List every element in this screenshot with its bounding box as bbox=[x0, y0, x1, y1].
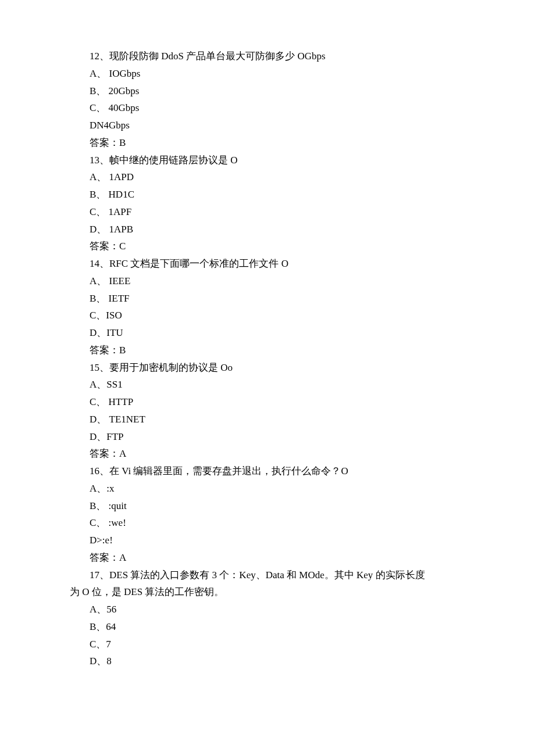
document-page: 12、现阶段防御 DdoS 产品单台最大可防御多少 OGbps A、 IOGbp… bbox=[0, 0, 535, 756]
text-line: D、ITU bbox=[70, 324, 465, 342]
text-line: DN4Gbps bbox=[70, 117, 465, 134]
text-line: B、 :quit bbox=[70, 497, 465, 515]
text-line: C、 40Gbps bbox=[70, 99, 465, 117]
text-line: 14、RFC 文档是下面哪一个标准的工作文件 O bbox=[70, 255, 465, 273]
text-line: 12、现阶段防御 DdoS 产品单台最大可防御多少 OGbps bbox=[70, 48, 465, 65]
text-line: D、FTP bbox=[70, 428, 465, 446]
answer-line: 答案：B bbox=[70, 342, 465, 359]
text-line: B、 IETF bbox=[70, 290, 465, 307]
text-line: 15、要用于加密机制的协议是 Oo bbox=[70, 359, 465, 377]
text-line: C、ISO bbox=[70, 307, 465, 324]
text-line: D、 1APB bbox=[70, 221, 465, 238]
answer-line: 答案：A bbox=[70, 445, 465, 463]
text-line: 13、帧中继的使用链路层协议是 O bbox=[70, 152, 465, 169]
text-line: C、7 bbox=[70, 636, 465, 653]
text-line: A、56 bbox=[70, 601, 465, 618]
text-line: C、 :we! bbox=[70, 514, 465, 532]
text-line: D>:e! bbox=[70, 532, 465, 549]
text-line: B、64 bbox=[70, 618, 465, 636]
answer-line: 答案：C bbox=[70, 238, 465, 255]
text-line: 17、DES 算法的入口参数有 3 个：Key、Data 和 MOde。其中 K… bbox=[70, 567, 465, 584]
text-line: D、8 bbox=[70, 653, 465, 670]
text-line: A、 IOGbps bbox=[70, 65, 465, 83]
text-line: C、 HTTP bbox=[70, 393, 465, 411]
text-line: A、 IEEE bbox=[70, 273, 465, 290]
text-line: B、 20Gbps bbox=[70, 83, 465, 100]
text-line: C、 1APF bbox=[70, 203, 465, 221]
text-line: A、 1APD bbox=[70, 169, 465, 186]
text-line: A、SS1 bbox=[70, 376, 465, 393]
text-line: B、 HD1C bbox=[70, 186, 465, 203]
text-line: 16、在 Vi 编辑器里面，需要存盘并退出，执行什么命令？O bbox=[70, 463, 465, 480]
text-line-wrap: 为 O 位，是 DES 算法的工作密钥。 bbox=[70, 583, 465, 601]
text-line: D、 TE1NET bbox=[70, 411, 465, 428]
answer-line: 答案：B bbox=[70, 134, 465, 152]
text-line: A、:x bbox=[70, 480, 465, 497]
answer-line: 答案：A bbox=[70, 549, 465, 567]
